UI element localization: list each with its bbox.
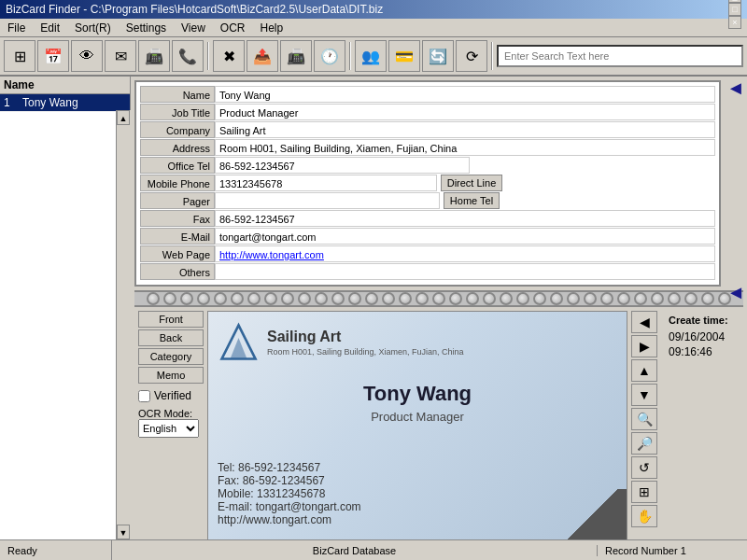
officetel-value[interactable]: 86-592-1234567: [215, 157, 470, 174]
search-input[interactable]: [497, 45, 743, 67]
direct-line-button[interactable]: Direct Line: [441, 175, 503, 191]
ring: [432, 292, 445, 305]
pan-up-button[interactable]: ▲: [631, 359, 657, 382]
field-row-webpage: Web Page http://www.tongart.com: [140, 245, 715, 262]
cards-button[interactable]: 💳: [388, 40, 420, 72]
calendar-button[interactable]: 📅: [37, 40, 69, 72]
card-company-name: Sailing Art: [267, 329, 464, 345]
maximize-button[interactable]: □: [728, 3, 741, 16]
mobile-value[interactable]: 13312345678: [215, 175, 437, 191]
ring: [416, 292, 429, 305]
toolbar: ⊞ 📅 👁 ✉ 📠 📞 ✖ 📤 📠 🕐 👥 💳 🔄 ⟳: [0, 37, 747, 77]
mail-button[interactable]: ✉: [105, 40, 136, 72]
ring: [382, 292, 395, 305]
menu-settings[interactable]: Settings: [122, 21, 170, 35]
rotate-left-button[interactable]: ↺: [631, 456, 657, 479]
arrow-up-icon: ◄: [726, 78, 745, 97]
others-value[interactable]: [215, 263, 715, 280]
sync-button[interactable]: ⟳: [456, 40, 487, 72]
fax-button[interactable]: 📠: [280, 40, 312, 72]
people-button[interactable]: 👥: [355, 40, 387, 72]
scroll-down-btn[interactable]: ▼: [117, 525, 130, 539]
export-button[interactable]: 📤: [247, 40, 278, 72]
zoom-in-button[interactable]: 🔍: [631, 408, 657, 430]
phone-button[interactable]: 📞: [172, 40, 204, 72]
ring: [516, 292, 529, 305]
fax-label: Fax: [140, 210, 215, 227]
exchange-button[interactable]: 🔄: [422, 40, 454, 72]
officetel-label: Office Tel: [140, 157, 215, 174]
fax-value[interactable]: 86-592-1234567: [215, 210, 715, 227]
pager-value[interactable]: [215, 192, 440, 209]
menu-view[interactable]: View: [177, 21, 209, 35]
category-button[interactable]: Category: [138, 348, 204, 365]
toolbar-sep-1: [207, 42, 209, 70]
ring: [298, 292, 311, 305]
ring: [281, 292, 294, 305]
fit-button[interactable]: ⊞: [631, 481, 657, 503]
side-buttons: Front Back Category Memo Verified OCR Mo…: [138, 311, 204, 539]
verified-label: Verified: [154, 389, 191, 402]
scan-button[interactable]: 📠: [138, 40, 170, 72]
address-value[interactable]: Room H001, Sailing Building, Xiamen, Fuj…: [215, 139, 715, 156]
field-row-name: Name Tony Wang: [140, 86, 715, 103]
menu-help[interactable]: Help: [257, 21, 288, 35]
verified-checkbox[interactable]: [138, 390, 150, 402]
ocr-language-select[interactable]: English Chinese Japanese: [138, 419, 199, 438]
home-tel-button[interactable]: Home Tel: [444, 192, 500, 209]
jobtitle-label: Job Title: [140, 104, 215, 120]
card-logo-area: Sailing Art Room H001, Sailing Building,…: [218, 321, 464, 363]
card-mobile: Mobile: 13312345678: [218, 487, 361, 500]
company-label: Company: [140, 121, 215, 138]
clip-decoration-top: ◄: [726, 78, 745, 134]
card-tel: Tel: 86-592-1234567: [218, 461, 361, 474]
menu-file[interactable]: File: [4, 21, 29, 35]
email-label: E-Mail: [140, 228, 215, 245]
company-value[interactable]: Sailing Art: [215, 121, 715, 138]
menu-sort[interactable]: Sort(R): [71, 21, 115, 35]
close-button[interactable]: ×: [728, 16, 741, 29]
ring: [466, 292, 479, 305]
email-value[interactable]: tongart@tongart.com: [215, 228, 715, 245]
memo-button[interactable]: Memo: [138, 367, 204, 384]
menu-ocr[interactable]: OCR: [217, 21, 249, 35]
ring: [483, 292, 496, 305]
status-bar: Ready BizCard Database Record Number 1: [0, 539, 747, 560]
action-buttons: ◀ ▶ ▲ ▼ 🔍 🔎 ↺ ⊞ ✋: [631, 311, 661, 539]
pan-down-button[interactable]: ▼: [631, 384, 657, 406]
field-row-mobile: Mobile Phone 13312345678 Direct Line: [140, 175, 715, 191]
pan-right-button[interactable]: ▶: [631, 335, 657, 357]
webpage-value[interactable]: http://www.tongart.com: [215, 245, 715, 262]
front-button[interactable]: Front: [138, 311, 204, 328]
zoom-out-button[interactable]: 🔎: [631, 432, 657, 455]
card-company-block: Sailing Art Room H001, Sailing Building,…: [267, 329, 464, 357]
status-database: BizCard Database: [112, 545, 598, 556]
list-header: Name: [0, 77, 130, 94]
jobtitle-value[interactable]: Product Manager: [215, 104, 715, 120]
name-label: Name: [140, 86, 215, 103]
grid-view-button[interactable]: ⊞: [4, 40, 35, 72]
scroll-up-btn[interactable]: ▲: [117, 110, 130, 125]
ring: [264, 292, 277, 305]
ring: [550, 292, 563, 305]
menu-edit[interactable]: Edit: [36, 21, 63, 35]
delete-button[interactable]: ✖: [213, 40, 245, 72]
back-button[interactable]: Back: [138, 329, 204, 346]
ring: [651, 292, 664, 305]
field-row-officetel: Office Tel 86-592-1234567: [140, 157, 715, 174]
ring: [701, 292, 714, 305]
create-time-value: 09/16/2004 09:16:46: [669, 329, 736, 359]
ring: [315, 292, 328, 305]
list-item[interactable]: 1 Tony Wang: [0, 94, 130, 112]
card-email: E-mail: tongart@tongart.com: [218, 500, 361, 513]
name-value[interactable]: Tony Wang: [215, 86, 715, 103]
list-scrollbar[interactable]: ▲ ▼: [116, 110, 131, 539]
ring: [231, 292, 244, 305]
clock-button[interactable]: 🕐: [314, 40, 345, 72]
list-content: 1 Tony Wang: [0, 94, 130, 112]
ocr-mode-label: OCR Mode:: [138, 408, 204, 419]
pan-left-button[interactable]: ◀: [631, 311, 657, 333]
ring: [634, 292, 647, 305]
view-button[interactable]: 👁: [71, 40, 103, 72]
hand-button[interactable]: ✋: [631, 505, 657, 527]
